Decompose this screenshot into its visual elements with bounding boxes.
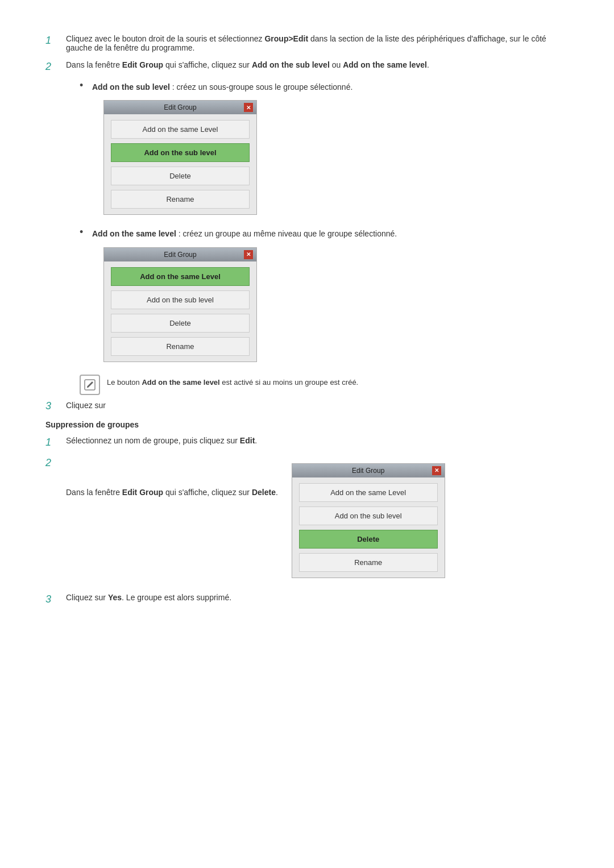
dialog-2: Edit Group ✕ Add on the same Level Add o… [103,247,257,362]
pencil-icon [84,379,96,391]
step-number-3: 3 [45,400,66,412]
del-step-2: 2 Dans la fenêtre Edit Group qui s'affic… [45,456,569,585]
step-2: 2 Dans la fenêtre Edit Group qui s'affic… [45,60,569,73]
dialog-3-wrapper: Edit Group ✕ Add on the same Level Add o… [292,463,445,578]
bullet-dot-2: • [80,226,92,238]
bullet2-label: Add on the same level [92,229,176,238]
dialog-3-sub-level-button[interactable]: Add on the sub level [299,506,438,525]
dialog-2-titlebar: Edit Group ✕ [104,248,256,261]
dialog-1-sub-level-button[interactable]: Add on the sub level [111,143,250,162]
dialog-2-same-level-button[interactable]: Add on the same Level [111,267,250,286]
step-2-text: Dans la fenêtre Edit Group qui s'affiche… [66,60,569,69]
dialog-1-same-level-button[interactable]: Add on the same Level [111,120,250,139]
dialog-1: Edit Group ✕ Add on the same Level Add o… [103,100,257,215]
del-step-3-text: Cliquez sur Yes. Le groupe est alors sup… [66,593,569,602]
bullet-item-2: • Add on the same level : créez un group… [80,227,569,368]
dialog-1-delete-button[interactable]: Delete [111,167,250,185]
dialog-3-titlebar: Edit Group ✕ [292,464,445,477]
del-step-number-1: 1 [45,436,66,448]
dialog-1-wrapper: Edit Group ✕ Add on the same Level Add o… [103,100,257,215]
dialog-2-wrapper: Edit Group ✕ Add on the same Level Add o… [103,247,257,362]
dialog-2-delete-button[interactable]: Delete [111,314,250,333]
dialog-3-rename-button[interactable]: Rename [299,553,438,572]
dialog-2-body: Add on the same Level Add on the sub lev… [104,261,256,362]
dialog-3: Edit Group ✕ Add on the same Level Add o… [292,463,445,578]
del-step-3: 3 Cliquez sur Yes. Le groupe est alors s… [45,593,569,605]
dialog-1-title: Edit Group [164,103,196,111]
dialog-2-sub-level-button[interactable]: Add on the sub level [111,290,250,309]
bullet1-desc: : créez un sous-groupe sous le groupe sé… [170,82,352,92]
dialog-2-rename-button[interactable]: Rename [111,337,250,356]
bullet-content-1: Add on the sub level : créez un sous-gro… [92,81,569,222]
step-number-2: 2 [45,60,66,73]
bullet1-label: Add on the sub level [92,82,170,92]
del-step-2-text: Dans la fenêtre Edit Group qui s'affiche… [66,456,569,585]
dialog-3-body: Add on the same Level Add on the sub lev… [292,477,445,578]
del-step-1-text: Sélectionnez un nom de groupe, puis cliq… [66,436,569,445]
step-3-text: Cliquez sur [66,400,569,410]
del-step-1: 1 Sélectionnez un nom de groupe, puis cl… [45,436,569,448]
del-step-number-3: 3 [45,593,66,605]
step-3: 3 Cliquez sur [45,400,569,412]
dialog-1-titlebar: Edit Group ✕ [104,101,256,114]
dialog-1-body: Add on the same Level Add on the sub lev… [104,114,256,214]
dialog-2-close-button[interactable]: ✕ [244,250,253,259]
bullet-item-1: • Add on the sub level : créez un sous-g… [80,81,569,222]
note-text: Le bouton Add on the same level est acti… [107,375,358,387]
dialog-1-close-button[interactable]: ✕ [244,103,253,112]
del-step-number-2: 2 [45,456,66,469]
dialog-1-rename-button[interactable]: Rename [111,190,250,209]
dialog-3-title: Edit Group [352,467,384,475]
note-icon [80,375,100,395]
step-number-1: 1 [45,34,66,47]
dialog-3-close-button[interactable]: ✕ [432,466,441,475]
section-heading-suppression: Suppression de groupes [45,420,569,429]
bullet-content-2: Add on the same level : créez un groupe … [92,227,569,368]
note-box: Le bouton Add on the same level est acti… [80,375,569,395]
step-1: 1 Cliquez avec le bouton droit de la sou… [45,34,569,52]
bullet-dot-1: • [80,80,92,92]
dialog-2-title: Edit Group [164,251,196,259]
dialog-3-same-level-button[interactable]: Add on the same Level [299,483,438,502]
step-1-text: Cliquez avec le bouton droit de la souri… [66,34,569,52]
dialog-3-delete-button[interactable]: Delete [299,530,438,549]
bullet2-desc: : créez un groupe au même niveau que le … [176,229,397,238]
